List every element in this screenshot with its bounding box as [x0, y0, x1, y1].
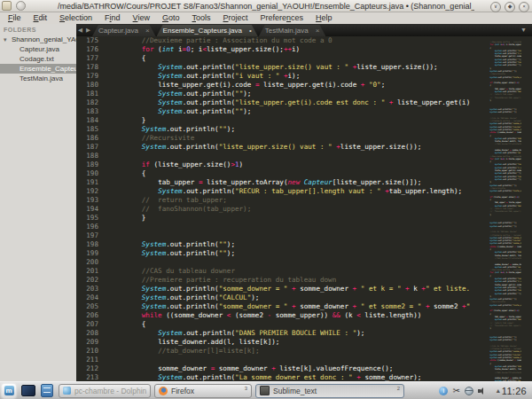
close-button[interactable]: × [519, 2, 529, 12]
line-number: 213 [76, 373, 98, 381]
code-line: 205System.out.println("somme_downer = " … [76, 302, 476, 311]
menu-preferences[interactable]: Preferences [254, 12, 310, 24]
code-text: // fanoShannon(tab_upper); [98, 205, 251, 214]
code-text: System.out.println(""); [98, 249, 235, 258]
task-badge: 2 [397, 385, 400, 391]
code-text: System.out.println("i vaut : " +i); [98, 72, 300, 81]
line-number: 195 [76, 214, 98, 223]
tab-close-icon[interactable]: × [309, 27, 320, 35]
line-number: 209 [76, 338, 98, 347]
code-text: System.out.println("somme_downer = " + s… [98, 285, 470, 293]
window-menu-icon[interactable] [16, 1, 26, 11]
start-menu-icon[interactable] [2, 384, 16, 398]
task-button-sublime-text[interactable]: Sublime_text2 [255, 384, 404, 398]
task-buttons: pc-chambre - DolphinFirefox3Sublime_text… [59, 384, 408, 398]
menu-find[interactable]: Find [98, 12, 127, 24]
menu-project[interactable]: Project [217, 12, 254, 24]
firefox-icon [159, 387, 168, 395]
line-number: 180 [76, 81, 98, 90]
maximize-button[interactable]: ◆ [505, 2, 515, 12]
code-area[interactable]: 175//Deuxieme partie : Association du mo… [76, 36, 476, 381]
network-icon[interactable] [465, 387, 473, 395]
code-line: 196 [76, 223, 476, 231]
menu-bar: FileEditSelectionFindViewGotoToolsProjec… [0, 12, 532, 24]
line-number: 181 [76, 90, 98, 98]
file-label: TestMain.java [20, 74, 63, 82]
line-number: 192 [76, 187, 98, 196]
title-bar: /media/BATHROW/Cours/PROJET S8/Fano3/Sha… [0, 0, 532, 12]
disclosure-triangle-icon[interactable]: ▾ [4, 35, 7, 44]
code-text: { [98, 54, 145, 63]
code-text: System.out.println(""); [98, 240, 235, 249]
taskbar-clock[interactable]: 11:26 [500, 386, 530, 396]
code-text: System.out.println("somme_downer = " + s… [98, 302, 470, 311]
klipper-icon[interactable] [452, 386, 459, 396]
dolphin-icon [63, 387, 71, 395]
show-desktop-icon[interactable] [21, 385, 35, 396]
sidebar-item-ensemble-capteurs-java[interactable]: Ensemble_Capteurs.java [0, 64, 76, 74]
tab-scroll-left-icon[interactable]: ◀ [76, 24, 84, 36]
minimap[interactable]: //Deuxieme partie : Association du mot c… [479, 41, 521, 381]
volume-icon[interactable] [478, 386, 488, 395]
main-area: FOLDERS ▾ Shannon_genial_YAOUH! Capteur.… [0, 24, 532, 381]
sidebar-item-capteur-java[interactable]: Capteur.java [0, 44, 76, 54]
line-number: 207 [76, 320, 98, 329]
code-text: System.out.println("liste_upper.size() v… [98, 143, 421, 152]
menu-file[interactable]: File [2, 12, 27, 24]
line-number: 184 [76, 116, 98, 125]
code-text [98, 258, 109, 267]
code-text: //CAS du tableau downer [98, 267, 235, 276]
task-button-firefox[interactable]: Firefox3 [154, 384, 252, 398]
code-line: 200 [76, 258, 476, 267]
code-line: 188 [76, 152, 476, 160]
sidebar-item-codage-txt[interactable]: Codage.txt [0, 54, 76, 64]
minimize-button[interactable]: ∨ [490, 2, 501, 12]
menu-view[interactable]: View [127, 12, 156, 24]
menu-tools[interactable]: Tools [186, 12, 217, 24]
line-number: 187 [76, 143, 98, 152]
line-number: 205 [76, 302, 98, 311]
code-line: 175//Deuxieme partie : Association du mo… [76, 36, 476, 45]
tab-overflow-icon[interactable]: ▼ [520, 24, 532, 36]
menu-edit[interactable]: Edit [27, 12, 54, 24]
code-line: 182System.out.println("liste_upper.get(i… [76, 98, 476, 107]
menu-selection[interactable]: Selection [53, 12, 98, 24]
tab-ensemble-capteurs-java[interactable]: Ensemble_Capteurs.java• [157, 25, 258, 36]
code-text [98, 231, 109, 240]
code-text: { [98, 169, 145, 178]
desktop: { "window": { "title": "/media/BATHROW/C… [0, 0, 532, 399]
tab-label: Capteur.java [98, 27, 138, 35]
taskbar: pc-chambre - DolphinFirefox3Sublime_text… [0, 381, 532, 399]
menu-goto[interactable]: Goto [156, 12, 186, 24]
task-button-pc-chambre-dolphin[interactable]: pc-chambre - Dolphin [59, 384, 151, 398]
editor-pane: ◀ ▶ Capteur.java×Ensemble_Capteurs.java•… [76, 24, 532, 381]
code-text: liste_upper.get(i).code = liste_upper.ge… [98, 81, 385, 90]
sidebar-item-testmain-java[interactable]: TestMain.java [0, 74, 76, 83]
line-number: 203 [76, 285, 98, 293]
line-number: 208 [76, 329, 98, 338]
menu-help[interactable]: Help [309, 12, 339, 24]
line-number: 183 [76, 107, 98, 116]
line-number: 186 [76, 134, 98, 143]
tab-testmain-java[interactable]: TestMain.java× [259, 25, 326, 36]
notifications-icon[interactable] [439, 387, 448, 395]
window-app-icon[interactable] [2, 1, 12, 11]
code-text: //Deuxieme partie : Association du mot c… [98, 36, 332, 45]
tab-close-icon[interactable]: × [138, 27, 150, 35]
file-label: Ensemble_Capteurs.java [20, 65, 76, 73]
tab-scroll-right-icon[interactable]: ▶ [84, 24, 92, 36]
sidebar-root-folder[interactable]: ▾ Shannon_genial_YAOUH! [0, 35, 76, 44]
tab-capteur-java[interactable]: Capteur.java× [92, 25, 156, 36]
line-number: 189 [76, 160, 98, 169]
code-line: 185System.out.println(""); [76, 125, 476, 134]
places-icon[interactable] [41, 384, 53, 397]
code-line: 178System.out.println("liste_upper.size(… [76, 63, 476, 72]
code-line: 203System.out.println("somme_downer = " … [76, 285, 476, 293]
code-line: 193// return tab_upper; [76, 196, 476, 205]
line-number: 185 [76, 125, 98, 134]
system-tray [439, 386, 499, 396]
code-text: // return tab_upper; [98, 196, 227, 205]
code-text: } [98, 116, 145, 125]
line-number: 177 [76, 54, 98, 63]
code-line: 201//CAS du tableau downer [76, 267, 476, 276]
